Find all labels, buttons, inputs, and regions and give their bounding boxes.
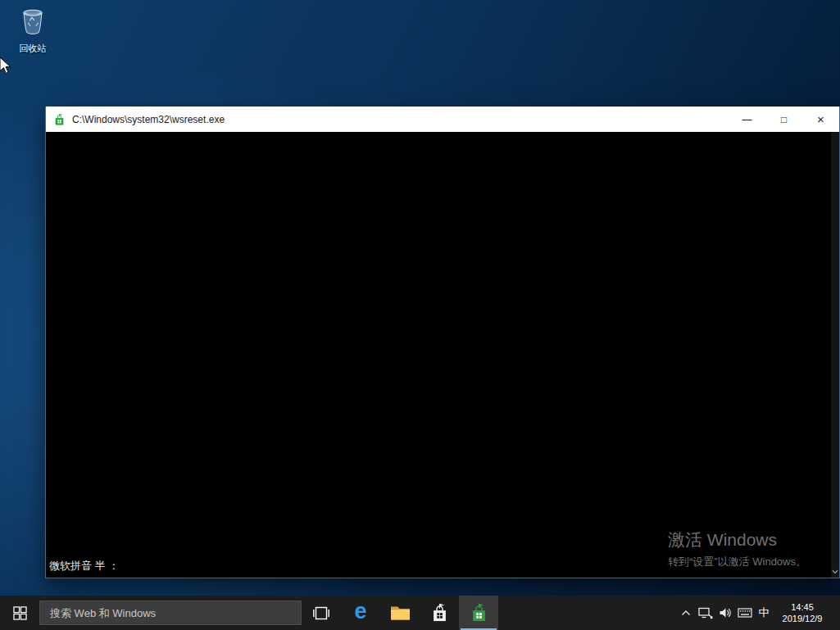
ime-indicator[interactable]: 中 <box>755 605 773 620</box>
recycle-bin-label: 回收站 <box>20 43 47 55</box>
chevron-down-icon <box>832 569 838 574</box>
window-title: C:\Windows\system32\wsreset.exe <box>72 114 225 125</box>
store-icon <box>53 113 66 126</box>
windows-logo-icon <box>13 606 27 620</box>
clock[interactable]: 14:45 2019/12/9 <box>773 601 840 624</box>
recycle-bin-icon <box>17 7 48 41</box>
chevron-up-icon <box>681 610 691 616</box>
taskbar-search[interactable] <box>39 601 302 625</box>
search-input[interactable] <box>40 601 301 624</box>
console-output-area[interactable]: 微软拼音 半 ： 激活 Windows 转到“设置”以激活 Windows。 <box>46 132 839 578</box>
system-tray: 中 14:45 2019/12/9 <box>676 596 840 630</box>
scroll-down-button[interactable] <box>831 566 839 577</box>
window-controls: — □ × <box>729 107 839 132</box>
task-view-button[interactable] <box>302 596 341 630</box>
activate-windows-watermark: 激活 Windows 转到“设置”以激活 Windows。 <box>668 528 806 569</box>
window-titlebar[interactable]: C:\Windows\system32\wsreset.exe — □ × <box>46 107 839 132</box>
close-button[interactable]: × <box>802 107 839 132</box>
start-button[interactable] <box>0 596 39 630</box>
store-button[interactable] <box>420 596 459 630</box>
store-icon <box>430 603 449 623</box>
network-status-button[interactable] <box>696 596 715 630</box>
folder-icon <box>390 605 411 621</box>
clock-date: 2019/12/9 <box>773 613 832 624</box>
ime-composition-status: 微软拼音 半 ： <box>49 559 119 573</box>
file-explorer-button[interactable] <box>380 596 420 630</box>
console-window: C:\Windows\system32\wsreset.exe — □ × 微软… <box>45 107 840 578</box>
console-scrollbar[interactable] <box>831 132 839 578</box>
desktop[interactable]: 回收站 C:\Windows\system32\wsres <box>0 0 840 630</box>
mouse-cursor <box>0 57 11 78</box>
clock-time: 14:45 <box>773 601 832 613</box>
maximize-button[interactable]: □ <box>765 107 802 132</box>
volume-button[interactable] <box>715 596 735 630</box>
network-icon <box>698 606 713 619</box>
minimize-button[interactable]: — <box>729 107 765 132</box>
tray-overflow-button[interactable] <box>676 596 696 630</box>
watermark-subtitle: 转到“设置”以激活 Windows。 <box>668 555 806 569</box>
touch-keyboard-button[interactable] <box>735 596 755 630</box>
recycle-bin[interactable]: 回收站 <box>10 7 56 55</box>
wsreset-taskbar-button[interactable] <box>459 596 498 630</box>
speaker-icon <box>719 606 733 619</box>
watermark-title: 激活 Windows <box>668 528 806 551</box>
keyboard-icon <box>738 607 752 619</box>
taskbar: e <box>0 596 840 630</box>
task-view-icon <box>312 606 330 620</box>
edge-icon: e <box>354 601 366 623</box>
edge-button[interactable]: e <box>341 596 380 630</box>
store-green-icon <box>470 603 488 623</box>
